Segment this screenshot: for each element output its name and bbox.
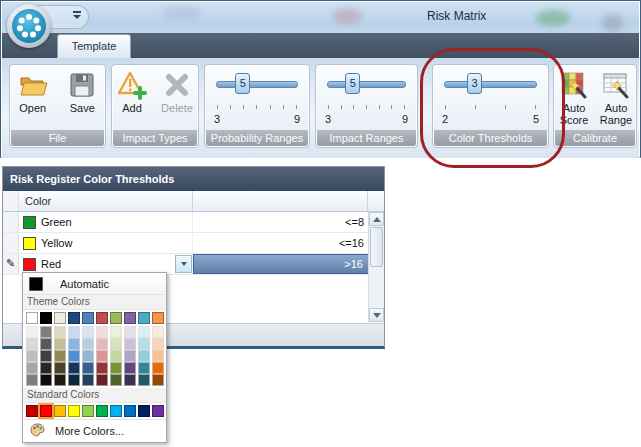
palette-swatch[interactable] (152, 312, 164, 324)
table-row-yellow[interactable]: Yellow <=16 (3, 233, 384, 254)
application-button[interactable] (7, 4, 51, 48)
palette-swatch[interactable] (40, 312, 52, 324)
palette-swatch[interactable] (26, 326, 38, 338)
palette-swatch[interactable] (152, 350, 164, 362)
more-colors-item[interactable]: More Colors... (23, 419, 166, 442)
palette-swatch[interactable] (110, 326, 122, 338)
probability-slider-track[interactable] (216, 81, 298, 88)
threshold-value-selected[interactable]: >16 (193, 254, 369, 274)
palette-swatch[interactable] (26, 350, 38, 362)
palette-swatch[interactable] (26, 338, 38, 350)
palette-swatch[interactable] (68, 405, 80, 417)
palette-swatch[interactable] (54, 326, 66, 338)
palette-swatch[interactable] (68, 338, 80, 350)
tab-template[interactable]: Template (57, 34, 131, 58)
impact-slider-track[interactable] (327, 81, 406, 88)
titlebar-artifact (332, 8, 362, 24)
palette-swatch[interactable] (82, 350, 94, 362)
palette-swatch[interactable] (138, 374, 150, 386)
palette-swatch[interactable] (54, 362, 66, 374)
color-column-header[interactable]: Color (19, 191, 193, 211)
palette-swatch[interactable] (124, 326, 136, 338)
palette-swatch[interactable] (82, 405, 94, 417)
delete-button[interactable]: Delete (156, 69, 198, 114)
palette-swatch[interactable] (68, 362, 80, 374)
palette-swatch[interactable] (54, 405, 66, 417)
palette-swatch[interactable] (96, 374, 108, 386)
palette-swatch[interactable] (82, 338, 94, 350)
palette-swatch[interactable] (26, 362, 38, 374)
palette-swatch[interactable] (110, 312, 122, 324)
palette-swatch[interactable] (82, 362, 94, 374)
palette-swatch[interactable] (124, 312, 136, 324)
table-row-green[interactable]: Green <=8 (3, 212, 384, 233)
theme-colors-row (23, 310, 166, 326)
scroll-up-button[interactable] (369, 212, 384, 226)
palette-swatch[interactable] (96, 312, 108, 324)
palette-swatch[interactable] (96, 362, 108, 374)
palette-swatch[interactable] (110, 405, 122, 417)
palette-swatch[interactable] (152, 374, 164, 386)
threshold-value[interactable]: <=16 (193, 233, 369, 253)
palette-swatch[interactable] (124, 338, 136, 350)
palette-swatch[interactable] (124, 374, 136, 386)
impact-slider-thumb[interactable]: 5 (345, 73, 360, 94)
palette-swatch[interactable] (54, 374, 66, 386)
automatic-color-item[interactable]: Automatic (23, 273, 166, 295)
scrollbar-thumb[interactable] (370, 227, 383, 267)
palette-swatch[interactable] (124, 350, 136, 362)
palette-swatch[interactable] (138, 338, 150, 350)
scroll-down-button[interactable] (369, 308, 384, 322)
save-button[interactable]: Save (60, 69, 106, 114)
palette-swatch[interactable] (138, 405, 150, 417)
palette-swatch[interactable] (152, 338, 164, 350)
palette-swatch[interactable] (124, 362, 136, 374)
palette-swatch[interactable] (82, 326, 94, 338)
palette-swatch[interactable] (68, 350, 80, 362)
palette-swatch[interactable] (68, 374, 80, 386)
threshold-value[interactable]: <=8 (193, 212, 369, 232)
palette-swatch[interactable] (96, 350, 108, 362)
palette-swatch[interactable] (68, 312, 80, 324)
palette-swatch[interactable] (96, 405, 108, 417)
vertical-scrollbar[interactable] (368, 212, 384, 322)
auto-range-button[interactable]: Auto Range (596, 69, 636, 126)
palette-swatch[interactable] (40, 405, 52, 417)
palette-swatch[interactable] (40, 374, 52, 386)
palette-swatch[interactable] (138, 312, 150, 324)
qat-dropdown-icon[interactable] (73, 11, 81, 19)
palette-swatch[interactable] (96, 338, 108, 350)
palette-swatch[interactable] (138, 326, 150, 338)
palette-swatch[interactable] (82, 374, 94, 386)
palette-swatch[interactable] (40, 338, 52, 350)
palette-swatch[interactable] (110, 374, 122, 386)
add-button[interactable]: Add (112, 69, 152, 114)
palette-swatch[interactable] (82, 312, 94, 324)
palette-swatch[interactable] (110, 350, 122, 362)
palette-swatch[interactable] (40, 326, 52, 338)
red-swatch (23, 258, 36, 271)
palette-swatch[interactable] (138, 362, 150, 374)
palette-swatch[interactable] (124, 405, 136, 417)
palette-swatch[interactable] (40, 362, 52, 374)
palette-swatch[interactable] (54, 350, 66, 362)
palette-swatch[interactable] (26, 405, 38, 417)
palette-swatch[interactable] (138, 350, 150, 362)
color-dropdown-button[interactable] (175, 255, 192, 273)
palette-swatch[interactable] (54, 338, 66, 350)
pencil-icon: ✎ (6, 257, 15, 269)
palette-swatch[interactable] (110, 362, 122, 374)
value-column-header[interactable] (193, 191, 368, 211)
open-button[interactable]: Open (10, 69, 56, 114)
palette-swatch[interactable] (110, 338, 122, 350)
palette-swatch[interactable] (26, 374, 38, 386)
palette-swatch[interactable] (152, 405, 164, 417)
palette-swatch[interactable] (152, 362, 164, 374)
probability-slider-thumb[interactable]: 5 (235, 73, 250, 94)
palette-swatch[interactable] (40, 350, 52, 362)
palette-swatch[interactable] (26, 312, 38, 324)
palette-swatch[interactable] (152, 326, 164, 338)
palette-swatch[interactable] (68, 326, 80, 338)
palette-swatch[interactable] (54, 312, 66, 324)
palette-swatch[interactable] (96, 326, 108, 338)
